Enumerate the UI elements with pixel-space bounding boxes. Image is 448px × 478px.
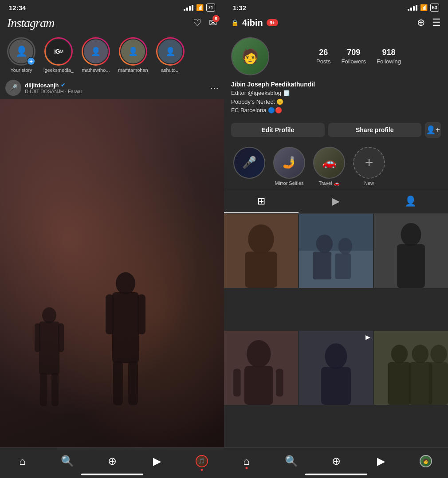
add-post-icon[interactable]: ⊕: [417, 17, 425, 28]
grid-photo-2[interactable]: [299, 214, 373, 288]
reels-icon: ▶: [153, 455, 161, 467]
followers-stat[interactable]: 709 Followers: [341, 48, 366, 65]
reel-badge-icon: ▶: [365, 333, 370, 341]
left-status-bar: 12:34 📶 71: [0, 0, 224, 13]
right-nav-reels[interactable]: ▶: [370, 453, 392, 469]
right-nav-profile[interactable]: 🧑: [415, 453, 436, 469]
right-nav-search[interactable]: 🔍: [281, 453, 302, 469]
profile-picture[interactable]: 🧑: [231, 37, 269, 75]
story-label-ashuto: ashuto...: [161, 67, 180, 73]
svg-point-25: [247, 340, 271, 368]
grid-photo-4[interactable]: [224, 331, 298, 405]
add-story-button[interactable]: +: [27, 57, 35, 66]
right-wifi-icon: 📶: [420, 4, 428, 11]
profile-tabs: ⊞ ▶ 👤: [224, 190, 448, 214]
highlight-item-mirror[interactable]: 🤳 Mirror Selfies: [269, 147, 309, 186]
left-status-icons: 📶 71: [184, 4, 215, 12]
highlight-circle-new: +: [353, 147, 385, 179]
wifi-icon: 📶: [196, 4, 204, 11]
mathewtho-avatar: 👤: [83, 39, 109, 64]
highlight-circle-travel: 🚗: [313, 147, 345, 179]
tagged-icon: 👤: [405, 196, 417, 207]
nav-profile[interactable]: 🎵: [191, 453, 212, 469]
right-nav-add[interactable]: ⊕: [326, 453, 347, 469]
profile-emoji: 🎵: [198, 458, 205, 464]
add-person-button[interactable]: 👤+: [425, 122, 441, 138]
profile-nav-dot: [200, 469, 203, 471]
tab-reels[interactable]: ▶: [299, 190, 373, 213]
bio-line-1: Editor @igeeksblog 🗒️: [231, 89, 441, 98]
svg-rect-3: [138, 294, 145, 334]
feed-post: 🎤 diljitdosanjh ✔ DILJIT DOSANJH · Faraa…: [0, 76, 224, 447]
add-icon: ⊕: [108, 455, 117, 467]
highlight-circle-mirror: 🤳: [273, 147, 305, 179]
bio-line-3: FC Barcelona 🔵🔴: [231, 106, 441, 115]
heart-button[interactable]: ♡: [193, 17, 202, 29]
story-item-igeeksmedia[interactable]: iGM igeeksmedia_: [43, 37, 75, 73]
post-user[interactable]: 🎤 diljitdosanjh ✔ DILJIT DOSANJH · Faraa…: [5, 80, 82, 96]
right-bottom-nav: ⌂ 🔍 ⊕ ▶ 🧑: [224, 447, 448, 478]
edit-profile-button[interactable]: Edit Profile: [231, 123, 325, 137]
story-item-ashuto[interactable]: 👤 ashuto...: [154, 37, 186, 73]
reels-tab-icon: ▶: [332, 196, 340, 207]
nav-search[interactable]: 🔍: [57, 453, 78, 469]
story-label-igeeksmedia: igeeksmedia_: [43, 67, 74, 73]
messenger-badge: 5: [212, 15, 220, 22]
story-avatar-wrap-5: 👤: [156, 37, 185, 66]
tab-tagged[interactable]: 👤: [373, 190, 448, 213]
messenger-button[interactable]: ✉ 5: [209, 17, 217, 29]
nav-home[interactable]: ⌂: [12, 453, 33, 469]
share-profile-button[interactable]: Share profile: [328, 123, 422, 137]
bio-line-2: Pobody's Nerfect 🤫: [231, 98, 441, 106]
profile-header-bar: 🔒 4ibin 9+ ⊕ ☰: [224, 13, 448, 32]
svg-rect-18: [313, 251, 331, 279]
right-nav-home[interactable]: ⌂: [236, 453, 257, 469]
nav-add[interactable]: ⊕: [102, 453, 123, 469]
svg-rect-2: [106, 294, 114, 334]
posts-stat[interactable]: 26 Posts: [316, 48, 331, 65]
svg-rect-4: [113, 361, 123, 405]
instagram-logo: Instagram: [7, 16, 54, 30]
nav-reels[interactable]: ▶: [146, 453, 168, 469]
grid-photo-1[interactable]: [224, 214, 298, 288]
story-avatar-wrap-2: iGM: [44, 37, 73, 66]
svg-rect-26: [244, 366, 273, 405]
profile-nav-avatar: 🎵: [196, 455, 208, 467]
notification-badge: 9+: [267, 19, 279, 26]
story-item-mamtamohan[interactable]: 👤 mamtamohan: [117, 37, 149, 73]
grid-photo-6[interactable]: [374, 331, 448, 405]
story-item-mathewtho[interactable]: 👤 mathewtho...: [80, 37, 112, 73]
svg-point-17: [316, 234, 333, 253]
highlight-emoji-travel: 🚗: [322, 156, 336, 169]
post-header: 🎤 diljitdosanjh ✔ DILJIT DOSANJH · Faraa…: [0, 76, 224, 99]
right-status-bar: 1:32 📶 63: [224, 0, 448, 13]
highlight-emoji-mirror: 🤳: [282, 156, 296, 169]
svg-rect-11: [51, 373, 59, 406]
story-item-your-story[interactable]: 👤 + Your story: [5, 37, 37, 73]
story-ring-3: 👤: [82, 37, 110, 66]
svg-rect-5: [128, 361, 138, 405]
post-figure-secondary: [34, 306, 65, 412]
grid-photo-5[interactable]: ▶: [299, 331, 373, 405]
following-stat[interactable]: 918 Following: [377, 48, 401, 65]
highlight-item-travel[interactable]: 🚗 Travel 🚗: [309, 147, 349, 186]
posts-label: Posts: [316, 58, 331, 65]
right-reels-icon: ▶: [377, 455, 385, 467]
more-options-button[interactable]: ⋯: [210, 82, 219, 93]
svg-point-0: [116, 272, 135, 294]
right-add-icon: ⊕: [332, 455, 341, 467]
tab-grid[interactable]: ⊞: [224, 190, 299, 213]
highlight-item-1[interactable]: 🎤: [229, 147, 269, 186]
grid-photo-3[interactable]: [374, 214, 448, 288]
stories-row: 👤 + Your story iGM igeeksmedia_ 👤: [0, 34, 224, 76]
highlight-circle-1: 🎤: [233, 147, 265, 179]
verified-badge: ✔: [61, 82, 65, 88]
svg-rect-23: [397, 244, 425, 287]
grid-icon: ⊞: [257, 196, 265, 207]
highlight-item-new[interactable]: + New: [349, 147, 389, 186]
svg-rect-14: [245, 251, 277, 287]
hamburger-menu-icon[interactable]: ☰: [432, 17, 441, 28]
right-profile-emoji: 🧑: [423, 458, 429, 464]
story-avatar-wrap: 👤 +: [7, 37, 35, 66]
right-time: 1:32: [233, 4, 246, 12]
